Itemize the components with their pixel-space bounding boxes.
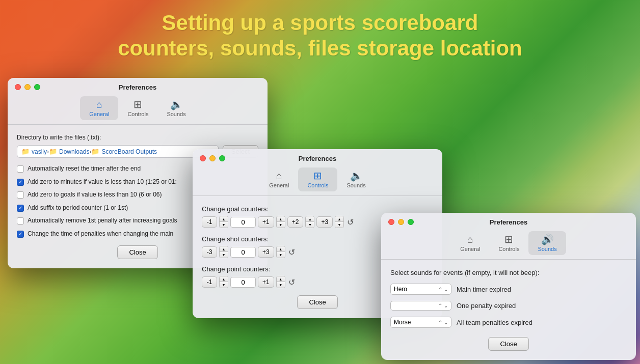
- tab-controls-sounds[interactable]: 🔈 Sounds: [337, 167, 375, 191]
- goal-minus1-btn[interactable]: -1: [202, 216, 217, 228]
- toolbar-divider-1: [8, 124, 268, 125]
- toolbar-divider-3: [381, 259, 636, 260]
- shot-counter-input[interactable]: [230, 247, 256, 258]
- point-stepper-up[interactable]: ▲: [220, 276, 228, 282]
- point-counter-input[interactable]: [230, 277, 256, 288]
- goal-stepper4-down[interactable]: ▼: [335, 222, 343, 228]
- sounds-icon: 🔈: [170, 99, 183, 109]
- controls-icon-2: ⊞: [313, 171, 322, 181]
- shot-stepper-down[interactable]: ▼: [220, 252, 228, 258]
- point-minus1-btn[interactable]: -1: [202, 276, 217, 288]
- sound-select-1[interactable]: ⌃ ⌄: [390, 301, 451, 311]
- toolbar-sounds: ⌂ General ⊞ Controls 🔊 Sounds: [381, 229, 636, 259]
- toolbar-controls: ⌂ General ⊞ Controls 🔈 Sounds: [193, 165, 442, 195]
- point-reset-btn[interactable]: ↺: [287, 276, 296, 288]
- minimize-traffic-light-3[interactable]: [398, 219, 404, 225]
- checkbox-2[interactable]: [17, 191, 24, 199]
- shot-reset-btn[interactable]: ↺: [287, 246, 296, 258]
- close-traffic-light-2[interactable]: [200, 155, 206, 161]
- window-sounds: Preferences ⌂ General ⊞ Controls 🔊 Sound…: [381, 213, 636, 360]
- goal-reset-btn[interactable]: ↺: [346, 216, 355, 228]
- goal-stepper-down[interactable]: ▼: [220, 222, 228, 228]
- dropdown-arrow-0: ⌃ ⌄: [438, 287, 448, 292]
- goal-plus1-btn[interactable]: +1: [258, 216, 274, 228]
- dropdown-arrow-1: ⌃ ⌄: [438, 303, 448, 309]
- sound-select-2[interactable]: Morse ⌃ ⌄: [390, 317, 451, 328]
- point-stepper: ▲ ▼: [219, 276, 228, 288]
- close-button-3[interactable]: Close: [488, 337, 528, 351]
- tab-general-controls[interactable]: ⊞ Controls: [118, 96, 157, 120]
- shot-plus3-btn[interactable]: +3: [258, 246, 274, 258]
- maximize-traffic-light[interactable]: [34, 84, 40, 90]
- dir-label: Directory to write the files (.txt):: [17, 134, 258, 141]
- tab-sounds-controls[interactable]: ⊞ Controls: [489, 231, 528, 255]
- goal-stepper3-up[interactable]: ▲: [306, 216, 314, 222]
- point-stepper2-up[interactable]: ▲: [277, 276, 285, 282]
- goal-stepper-3: ▲ ▼: [305, 216, 314, 228]
- sound-event-0: Main timer expired: [457, 286, 511, 293]
- checkbox-0[interactable]: [17, 165, 24, 173]
- home-icon-3: ⌂: [467, 234, 473, 244]
- folder-icon-3: 📁: [91, 148, 99, 155]
- titlebar-general: Preferences: [8, 78, 268, 94]
- goal-plus3-btn[interactable]: +3: [316, 216, 333, 228]
- tab-sounds-general[interactable]: ⌂ General: [451, 231, 489, 255]
- close-traffic-light-3[interactable]: [388, 219, 394, 225]
- shot-minus3-btn[interactable]: -3: [202, 246, 217, 258]
- shot-stepper: ▲ ▼: [219, 246, 228, 258]
- minimize-traffic-light-2[interactable]: [209, 155, 216, 161]
- goal-stepper3-down[interactable]: ▼: [306, 222, 314, 228]
- point-plus1-btn[interactable]: +1: [258, 276, 274, 288]
- tab-sounds-sounds[interactable]: 🔊 Sounds: [528, 231, 566, 255]
- minimize-traffic-light[interactable]: [24, 84, 31, 90]
- checkbox-5[interactable]: ✓: [17, 231, 24, 238]
- sounds-icon-3: 🔊: [541, 234, 554, 244]
- window-title-1: Preferences: [119, 83, 156, 91]
- close-button-1[interactable]: Close: [117, 245, 157, 259]
- shot-stepper-up[interactable]: ▲: [220, 246, 228, 252]
- sound-select-0[interactable]: Hero ⌃ ⌄: [390, 284, 451, 295]
- tab-controls-controls[interactable]: ⊞ Controls: [298, 167, 337, 191]
- point-stepper-2: ▲ ▼: [276, 276, 285, 288]
- shot-stepper2-up[interactable]: ▲: [277, 246, 285, 252]
- dropdown-arrow-2: ⌃ ⌄: [438, 320, 448, 325]
- folder-icon-1: 📁: [21, 148, 30, 155]
- checkbox-3[interactable]: ✓: [17, 205, 24, 212]
- sound-event-2: All team penalties expired: [457, 319, 532, 326]
- close-traffic-light[interactable]: [15, 84, 21, 90]
- tab-general-general[interactable]: ⌂ General: [80, 96, 118, 120]
- maximize-traffic-light-3[interactable]: [408, 219, 414, 225]
- tab-general-sounds[interactable]: 🔈 Sounds: [157, 96, 195, 120]
- point-stepper2-down[interactable]: ▼: [277, 282, 285, 288]
- maximize-traffic-light-2[interactable]: [219, 155, 225, 161]
- toolbar-divider-2: [193, 195, 442, 196]
- goal-stepper2-down[interactable]: ▼: [277, 222, 285, 228]
- goal-counter-label: Change goal counters:: [202, 205, 433, 213]
- goal-plus2-btn[interactable]: +2: [287, 216, 304, 228]
- window-title-3: Preferences: [490, 218, 527, 226]
- page-title: Setting up a sports scoreboard counters,…: [0, 5, 640, 67]
- tab-controls-general[interactable]: ⌂ General: [260, 167, 298, 191]
- goal-stepper4-up[interactable]: ▲: [335, 216, 343, 222]
- sounds-label: Select sounds for events (if empty, it w…: [390, 269, 627, 276]
- goal-stepper2-up[interactable]: ▲: [277, 216, 285, 222]
- goal-stepper-up[interactable]: ▲: [220, 216, 228, 222]
- point-stepper-down[interactable]: ▼: [220, 282, 228, 288]
- path-vasily: 📁 vasily: [21, 148, 47, 155]
- window-title-2: Preferences: [299, 155, 336, 162]
- path-downloads: 📁 Downloads: [49, 148, 89, 155]
- sounds-icon-2: 🔈: [350, 171, 363, 181]
- sound-event-1: One penalty expired: [457, 302, 516, 310]
- dir-path: 📁 vasily › 📁 Downloads › 📁 ScoreBoard Ou…: [17, 145, 219, 158]
- close-button-2[interactable]: Close: [297, 295, 337, 309]
- controls-icon: ⊞: [134, 99, 142, 109]
- shot-stepper2-down[interactable]: ▼: [277, 252, 285, 258]
- traffic-lights-3: [388, 219, 414, 225]
- traffic-lights-1: [15, 84, 40, 90]
- toolbar-general: ⌂ General ⊞ Controls 🔈 Sounds: [8, 94, 268, 124]
- goal-counter-input[interactable]: [230, 217, 256, 228]
- checkbox-1[interactable]: ✓: [17, 179, 24, 186]
- titlebar-sounds: Preferences: [381, 213, 636, 229]
- checkbox-4[interactable]: [17, 217, 24, 225]
- traffic-lights-2: [200, 155, 225, 161]
